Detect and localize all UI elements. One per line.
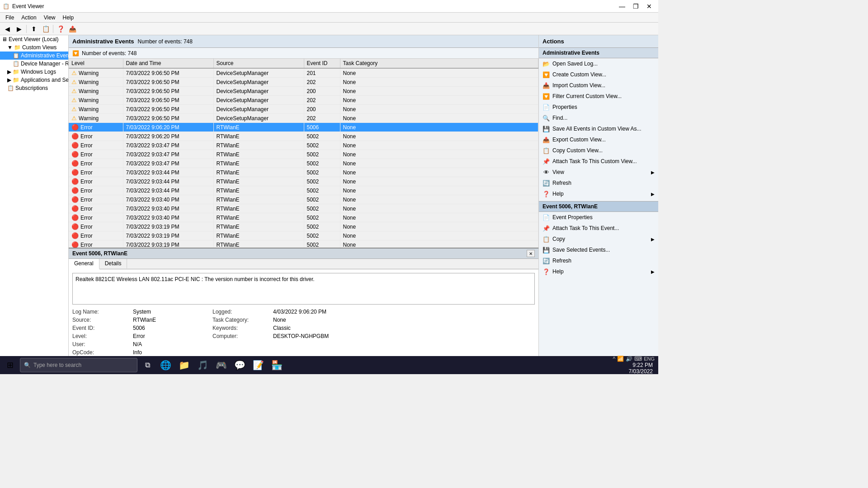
taskbar-explorer[interactable]: 📁 [176,357,193,373]
tree-item-app-services[interactable]: ▶ 📁 Applications and Services Lo... [0,76,68,84]
taskbar-steam[interactable]: 🎮 [213,357,230,373]
steam-icon: 🎮 [216,360,227,371]
up-button[interactable]: ⬆ [28,24,39,34]
table-row[interactable]: 🔴Error 7/03/2022 9:03:47 PM RTWlanE 5002… [69,159,538,168]
tray-expand[interactable]: ^ [613,356,616,362]
menu-file[interactable]: File [2,14,18,22]
taskbar-search[interactable]: 🔍 Type here to search [20,358,137,372]
table-row[interactable]: ⚠Warning 7/03/2022 9:06:50 PM DeviceSetu… [69,68,538,78]
col-datetime[interactable]: Date and Time [123,59,213,68]
tree-item-subscriptions[interactable]: 📋 Subscriptions [0,84,68,92]
detail-close-button[interactable]: ✕ [527,250,535,257]
col-level[interactable]: Level [69,59,123,68]
action-item[interactable]: 💾Save Selected Events... [539,244,658,255]
table-row[interactable]: 🔴Error 7/03/2022 9:03:44 PM RTWlanE 5002… [69,177,538,186]
table-row[interactable]: 🔴Error 7/03/2022 9:03:40 PM RTWlanE 5002… [69,195,538,204]
action-item[interactable]: 📂Open Saved Log... [539,58,658,69]
action-item[interactable]: 📤Export Custom View... [539,134,658,145]
tree-item-windows-logs[interactable]: ▶ 📁 Windows Logs [0,68,68,76]
actions-section2-title: Event 5006, RTWlanE [539,201,658,212]
action-item[interactable]: 📌Attach Task To This Custom View... [539,156,658,167]
taskbar-clock[interactable]: 9:22 PM 7/03/2022 [611,362,656,374]
maximize-button[interactable]: ❐ [629,2,642,11]
action-item[interactable]: 📥Import Custom View... [539,80,658,91]
taskbar-store[interactable]: 🏪 [269,357,285,373]
tab-general[interactable]: General [69,259,99,269]
eventid-cell: 5002 [304,204,340,213]
action-item[interactable]: 💾Save All Events in Custom View As... [539,123,658,134]
submenu-arrow: ▶ [651,192,655,197]
action-item[interactable]: ❓Help▶ [539,266,658,277]
taskcat-cell: None [340,177,538,186]
action-item[interactable]: 📄Properties [539,102,658,113]
forward-button[interactable]: ▶ [14,24,24,34]
source-cell: RTWlanE [213,123,304,132]
table-row[interactable]: 🔴Error 7/03/2022 9:03:40 PM RTWlanE 5002… [69,213,538,222]
table-row[interactable]: 🔴Error 7/03/2022 9:03:40 PM RTWlanE 5002… [69,204,538,213]
action-icon: 📌 [542,158,550,165]
tree-item-root[interactable]: 🖥 Event Viewer (Local) [0,35,68,43]
events-table-wrapper[interactable]: Level Date and Time Source Event ID Task… [69,59,538,248]
action-item[interactable]: 🔽Filter Current Custom View... [539,91,658,102]
doc-icon: 📋 [7,85,14,91]
table-row[interactable]: 🔴Error 7/03/2022 9:03:47 PM RTWlanE 5002… [69,150,538,159]
menu-help[interactable]: Help [59,14,78,22]
task-view-button[interactable]: ⧉ [139,357,156,373]
tree-item-device-manager[interactable]: 📋 Device Manager - Realte... [0,60,68,68]
action-item[interactable]: 🔽Create Custom View... [539,69,658,80]
col-source[interactable]: Source [213,59,304,68]
source-cell: RTWlanE [213,141,304,150]
table-row[interactable]: ⚠Warning 7/03/2022 9:06:50 PM DeviceSetu… [69,78,538,87]
col-taskcategory[interactable]: Task Category [340,59,538,68]
level-cell: 🔴Error [69,150,123,159]
action-item[interactable]: 📄Event Properties [539,212,658,223]
table-row[interactable]: 🔴Error 7/03/2022 9:03:19 PM RTWlanE 5002… [69,231,538,240]
level-cell: 🔴Error [69,159,123,168]
table-row[interactable]: 🔴Error 7/03/2022 9:03:19 PM RTWlanE 5002… [69,222,538,231]
tree-item-admin-events[interactable]: 📋 Administrative Events [0,52,68,60]
action-item[interactable]: 📋Copy▶ [539,234,658,244]
warning-icon: ⚠ [71,79,77,85]
app-icon: 📋 [3,3,9,9]
help-button[interactable]: ❓ [55,24,66,34]
table-row[interactable]: 🔴Error 7/03/2022 9:06:20 PM RTWlanE 5006… [69,123,538,132]
level-cell: 🔴Error [69,240,123,248]
table-row[interactable]: ⚠Warning 7/03/2022 9:06:50 PM DeviceSetu… [69,105,538,114]
action-item[interactable]: 📋Copy Custom View... [539,145,658,156]
action-item[interactable]: 🔄Refresh [539,255,658,266]
action-item[interactable]: 👁View▶ [539,167,658,178]
datetime-cell: 7/03/2022 9:06:50 PM [123,105,213,114]
taskbar-discord[interactable]: 💬 [231,357,248,373]
table-row[interactable]: 🔴Error 7/03/2022 9:06:20 PM RTWlanE 5002… [69,132,538,141]
table-row[interactable]: ⚠Warning 7/03/2022 9:06:50 PM DeviceSetu… [69,87,538,96]
table-row[interactable]: 🔴Error 7/03/2022 9:03:19 PM RTWlanE 5002… [69,240,538,248]
export-button[interactable]: 📤 [67,24,78,34]
taskbar-sticky[interactable]: 📝 [250,357,267,373]
action-item[interactable]: 📌Attach Task To This Event... [539,223,658,234]
error-icon: 🔴 [71,205,79,212]
eventid-cell: 5002 [304,168,340,177]
tab-details[interactable]: Details [99,259,127,269]
table-row[interactable]: ⚠Warning 7/03/2022 9:06:50 PM DeviceSetu… [69,114,538,123]
taskbar-chrome[interactable]: 🌐 [157,357,174,373]
datetime-cell: 7/03/2022 9:03:44 PM [123,186,213,195]
back-button[interactable]: ◀ [2,24,13,34]
new-view-button[interactable]: 📋 [40,24,51,34]
taskbar-spotify[interactable]: 🎵 [194,357,211,373]
action-item[interactable]: 🔍Find... [539,113,658,123]
table-row[interactable]: 🔴Error 7/03/2022 9:03:44 PM RTWlanE 5002… [69,186,538,195]
menu-action[interactable]: Action [18,14,40,22]
content-area: Administrative Events Number of events: … [69,35,538,374]
minimize-button[interactable]: — [616,2,628,11]
close-button[interactable]: ✕ [643,2,656,11]
menu-view[interactable]: View [40,14,59,22]
table-row[interactable]: ⚠Warning 7/03/2022 9:06:50 PM DeviceSetu… [69,96,538,105]
start-button[interactable]: ⊞ [2,357,18,373]
action-item[interactable]: ❓Help▶ [539,188,658,199]
table-row[interactable]: 🔴Error 7/03/2022 9:03:47 PM RTWlanE 5002… [69,141,538,150]
col-eventid[interactable]: Event ID [304,59,340,68]
action-item[interactable]: 🔄Refresh [539,178,658,188]
tree-item-custom-views[interactable]: ▼ 📁 Custom Views [0,43,68,52]
level-cell: ⚠Warning [69,68,123,78]
table-row[interactable]: 🔴Error 7/03/2022 9:03:44 PM RTWlanE 5002… [69,168,538,177]
